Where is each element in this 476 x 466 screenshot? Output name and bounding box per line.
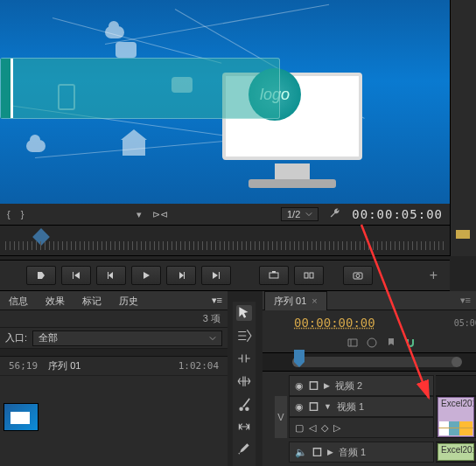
clip-video1[interactable]: Excel201 [438,397,474,437]
track-fx-row-video1[interactable]: ▢ ◁ ◇ ▷ [289,417,434,438]
timeline-playhead-time[interactable]: 00:00:00:00 [294,316,375,330]
panel-divider[interactable] [450,0,476,256]
snap-icon[interactable] [404,337,416,349]
close-tab-icon[interactable]: × [312,296,317,306]
zoom-value: 1/2 [287,209,300,219]
project-panel: 信息 效果 标记 历史 ▾≡ 3 项 入口: 全部 56;19 序列 01 1:… [0,291,228,466]
tool-strip [233,302,256,466]
settings-wrench-icon[interactable] [329,207,341,221]
collapse-icon[interactable]: ▶ [327,448,333,456]
track-header-video2[interactable]: ◉ 🞏 ▶ 视频 2 [289,375,434,396]
keyframe-add-icon[interactable]: ◇ [321,422,328,434]
mark-in-button[interactable] [26,266,56,285]
svg-rect-1 [304,273,308,278]
track-header-video1[interactable]: ◉ 🞏 ▼ 视频 1 [289,396,434,417]
range-scrollbar[interactable] [294,357,460,367]
bin-thumbnail[interactable] [4,403,42,456]
marker-icon[interactable]: ⊳⊲ [152,209,168,220]
track-label: 视频 2 [335,379,362,393]
lock-icon[interactable]: 🞏 [312,447,322,457]
export-frame-button[interactable] [343,266,373,285]
svg-point-5 [368,338,376,347]
marker-icon[interactable] [385,337,397,349]
tab-info[interactable]: 信息 [0,291,37,310]
track-lane-audio1[interactable]: Excel201 [436,442,476,463]
program-monitor: logo [0,0,450,204]
overlay-banner [0,58,280,119]
eye-icon[interactable]: ◉ [295,401,304,413]
track-label: 音频 1 [339,446,366,459]
lock-icon[interactable]: 🞏 [309,401,318,412]
keyframe-prev-icon[interactable]: ◁ [309,422,316,434]
list-item[interactable]: 56;19 序列 01 1:02:04 [0,357,228,376]
transport-bar: + [0,260,450,291]
cell-name: 序列 01 [48,359,168,372]
timeline-navigator[interactable] [262,352,476,372]
collapse-icon[interactable]: ▶ [324,381,330,390]
marker-add-icon[interactable]: ▾ [136,209,142,220]
keyframe-next-icon[interactable]: ▷ [333,422,340,434]
link-icon[interactable] [366,337,378,349]
set-in-icon[interactable]: { [7,209,10,219]
ripple-edit-tool-icon[interactable] [236,351,252,366]
collapse-icon[interactable]: ▼ [324,402,332,411]
preview-time-ruler[interactable] [0,225,450,256]
ruler-tick-label: 05:00 [454,318,476,328]
speaker-icon[interactable]: 🔈 [295,447,307,458]
goto-in-button[interactable] [61,266,91,285]
lift-button[interactable] [259,266,289,285]
playhead-icon[interactable] [294,350,304,362]
clip-label: Excel201 [441,445,474,455]
razor-tool-icon[interactable] [236,396,252,412]
panel-menu-icon[interactable]: ▾≡ [455,292,476,309]
chevron-down-icon [305,211,312,218]
set-out-icon[interactable]: } [21,209,24,219]
clip-audio1[interactable]: Excel201 [438,443,474,461]
step-back-button[interactable] [96,266,126,285]
program-timecode[interactable]: 00:00:05:00 [352,207,443,221]
video-group-label: V [275,396,287,438]
track-lane-video1[interactable]: Excel201 [436,396,476,438]
extract-button[interactable] [294,266,324,285]
item-count: 3 项 [203,312,220,325]
tab-markers[interactable]: 标记 [74,291,110,310]
svg-point-4 [356,275,360,278]
zoom-select[interactable]: 1/2 [281,207,318,221]
timeline-panel: 序列 01 × ▾≡ 00:00:00:00 05:00 00:0 V ◉ 🞏 … [262,291,476,466]
keyframe-mode-icon[interactable]: ▢ [295,422,304,434]
slip-tool-icon[interactable] [236,419,252,435]
rate-stretch-tool-icon[interactable] [236,373,252,389]
list-header [0,349,228,357]
lock-icon[interactable]: 🞏 [309,380,318,391]
play-button[interactable] [131,266,161,285]
tab-history[interactable]: 历史 [110,291,147,310]
goto-out-button[interactable] [201,266,231,285]
track-header-audio1[interactable]: 🔈 🞏 ▶ 音频 1 [289,442,434,463]
entry-label: 入口: [5,331,27,344]
nest-icon[interactable] [346,337,359,349]
preview-controls-bar: { } ▾ ⊳⊲ 1/2 00:00:05:00 [0,204,450,225]
svg-rect-2 [310,273,313,278]
pen-tool-icon[interactable] [236,442,252,457]
eye-icon[interactable]: ◉ [295,380,304,392]
sequence-tab[interactable]: 序列 01 × [264,291,327,310]
track-select-tool-icon[interactable] [236,328,252,344]
chevron-down-icon [209,335,216,342]
cell-duration: 1:02:04 [178,360,219,372]
track-area: V ◉ 🞏 ▶ 视频 2 ◉ 🞏 ▼ 视频 1 ▢ ◁ ◇ ▷ Excel201 [262,375,476,466]
entry-select[interactable]: 全部 [32,330,222,346]
panel-tab-strip: 信息 效果 标记 历史 ▾≡ [0,291,228,310]
selection-tool-icon[interactable] [236,305,252,321]
cell-in-time: 56;19 [9,360,38,372]
audio-meter-icon [456,230,470,239]
sequence-tab-label: 序列 01 [274,295,306,308]
panel-menu-icon[interactable]: ▾≡ [206,291,228,310]
track-lane-video2[interactable] [436,375,476,396]
svg-rect-0 [270,273,278,278]
clip-label: Excel201 [441,399,474,408]
track-label: 视频 1 [337,400,364,414]
step-forward-button[interactable] [166,266,196,285]
button-editor-icon[interactable]: + [430,268,438,283]
tab-effects[interactable]: 效果 [37,291,74,310]
entry-value: 全部 [38,331,58,344]
